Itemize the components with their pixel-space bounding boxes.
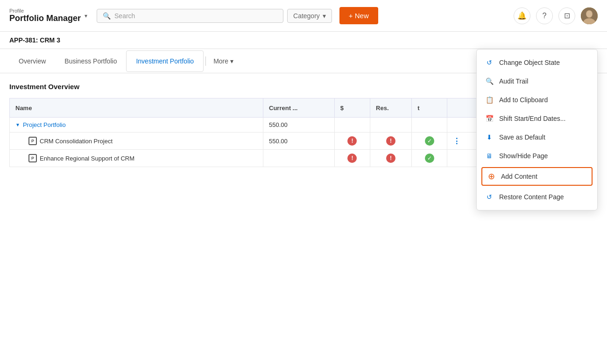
expand-arrow-icon[interactable]: ▼ — [15, 122, 20, 127]
row-gantt-dots: ⋮ — [447, 133, 480, 150]
project-p-icon: P — [28, 137, 37, 145]
row-current: 550.00 — [263, 118, 335, 133]
save-default-icon: ⬇ — [485, 133, 494, 141]
search-input[interactable] — [114, 12, 277, 20]
row-res-status: ! — [370, 150, 412, 167]
status-red-icon: ! — [347, 136, 357, 146]
row-dollar-status: ! — [334, 133, 370, 150]
row-t-status: ✓ — [412, 150, 447, 167]
dropdown-menu: ↺ Change Object State 🔍 Audit Trail 📋 Ad… — [476, 49, 598, 210]
status-red-icon: ! — [386, 136, 395, 146]
help-icon[interactable]: ? — [536, 7, 553, 24]
shift-dates-label: Shift Start/End Dates... — [499, 115, 565, 122]
tab-investment-portfolio[interactable]: Investment Portfolio — [126, 50, 204, 72]
row-t — [412, 118, 447, 133]
header-icons: 🔔 ? ⊡ — [514, 7, 598, 24]
row-gantt-dots — [447, 150, 480, 167]
calendar-icon: 📅 — [485, 114, 494, 123]
header: Profile Portfolio Manager ▾ 🔍 Category ▾… — [0, 0, 607, 32]
notification-bell-icon[interactable]: 🔔 — [514, 7, 530, 24]
clipboard-icon[interactable]: ⊡ — [558, 7, 575, 24]
col-header-current: Current ... — [263, 98, 335, 118]
brand-chevron-icon[interactable]: ▾ — [85, 13, 87, 19]
tab-separator — [205, 56, 206, 66]
change-object-state-label: Change Object State — [499, 59, 560, 66]
audit-trail-label: Audit Trail — [499, 77, 528, 85]
project-portfolio-link[interactable]: Project Portfolio — [23, 121, 66, 128]
svg-point-3 — [586, 11, 592, 17]
save-as-default-item[interactable]: ⬇ Save as Default — [477, 128, 597, 147]
add-content-item[interactable]: ⊕ Add Content — [481, 167, 593, 186]
show-hide-icon: 🖥 — [485, 152, 494, 160]
row-name: P Enhance Regional Support of CRM — [10, 150, 263, 167]
change-object-state-item[interactable]: ↺ Change Object State — [477, 53, 597, 72]
tab-business-portfolio[interactable]: Business Portfolio — [55, 51, 126, 71]
shift-dates-item[interactable]: 📅 Shift Start/End Dates... — [477, 109, 597, 128]
status-red-icon: ! — [347, 154, 357, 163]
restore-icon: ↺ — [485, 193, 494, 201]
save-as-default-label: Save as Default — [499, 133, 545, 141]
tab-more-label: More ▾ — [213, 57, 233, 65]
restore-content-page-label: Restore Content Page — [499, 193, 564, 201]
add-to-clipboard-item[interactable]: 📋 Add to Clipboard — [477, 91, 597, 109]
avatar-image — [581, 7, 598, 24]
col-header-dollar: $ — [334, 98, 370, 118]
add-content-label: Add Content — [501, 173, 537, 180]
search-bar: 🔍 — [97, 9, 283, 23]
row-res — [370, 118, 412, 133]
add-content-icon: ⊕ — [487, 172, 495, 181]
col-header-name: Name — [10, 98, 263, 118]
category-select[interactable]: Category ▾ — [287, 9, 332, 23]
tab-more[interactable]: More ▾ — [208, 51, 239, 71]
search-icon: 🔍 — [103, 12, 111, 20]
status-green-icon: ✓ — [425, 136, 434, 146]
category-label: Category — [293, 12, 320, 20]
category-chevron-icon: ▾ — [323, 12, 326, 20]
row-dollar-status: ! — [334, 150, 370, 167]
row-current: 550.00 — [263, 133, 335, 150]
gantt-drag-dots-icon: ⋮ — [453, 137, 460, 145]
crm-consolidation-link[interactable]: CRM Consolidation Project — [40, 138, 113, 145]
col-header-gantt-dots — [447, 98, 480, 118]
breadcrumb: APP-381: CRM 3 — [0, 32, 607, 49]
restore-content-page-item[interactable]: ↺ Restore Content Page — [477, 188, 597, 206]
row-name: P CRM Consolidation Project — [10, 133, 263, 150]
row-gantt-dots — [447, 118, 480, 133]
row-current — [263, 150, 335, 167]
col-header-t: t — [412, 98, 447, 118]
add-to-clipboard-label: Add to Clipboard — [499, 96, 548, 104]
main-content: Investment Overview Name Current ... $ R… — [0, 73, 607, 176]
row-name[interactable]: ▼ Project Portfolio — [10, 118, 263, 133]
breadcrumb-text: APP-381: CRM 3 — [9, 36, 60, 44]
profile-label: Profile — [9, 8, 81, 14]
col-header-res: Res. — [370, 98, 412, 118]
show-hide-page-label: Show/Hide Page — [499, 152, 548, 160]
new-button[interactable]: + New — [339, 7, 378, 24]
row-res-status: ! — [370, 133, 412, 150]
enhance-crm-link[interactable]: Enhance Regional Support of CRM — [40, 155, 134, 162]
project-p-icon: P — [28, 154, 37, 162]
user-avatar[interactable] — [581, 7, 598, 24]
new-button-label: + New — [349, 12, 369, 20]
audit-trail-item[interactable]: 🔍 Audit Trail — [477, 72, 597, 91]
status-green-icon: ✓ — [425, 154, 434, 163]
audit-trail-icon: 🔍 — [485, 77, 494, 85]
brand: Profile Portfolio Manager — [9, 8, 81, 23]
row-dollar — [334, 118, 370, 133]
row-t-status: ✓ — [412, 133, 447, 150]
change-state-icon: ↺ — [485, 58, 494, 67]
show-hide-page-item[interactable]: 🖥 Show/Hide Page — [477, 147, 597, 165]
app-title: Portfolio Manager — [9, 14, 81, 23]
status-red-icon: ! — [386, 154, 395, 163]
clipboard-add-icon: 📋 — [485, 96, 494, 104]
tab-overview[interactable]: Overview — [9, 51, 55, 71]
